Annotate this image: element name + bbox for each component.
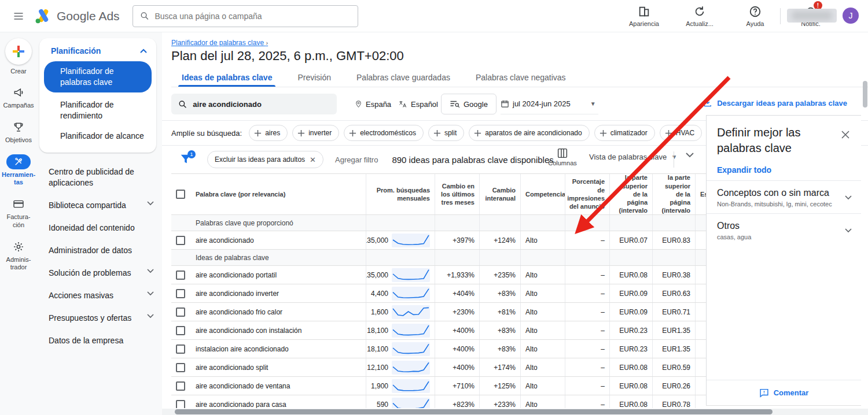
close-icon[interactable]: ✕ xyxy=(310,155,316,164)
global-search-input[interactable] xyxy=(155,12,350,21)
tab-prevision[interactable]: Previsión xyxy=(287,68,341,87)
tab-ideas[interactable]: Ideas de palabras clave xyxy=(171,68,282,87)
expand-all-link[interactable]: Expandir todo xyxy=(717,165,771,175)
column-header[interactable]: Cambio interanual xyxy=(480,174,521,214)
change-3m-cell-value: +400% xyxy=(453,327,475,335)
change-yoy-cell: +125% xyxy=(480,377,521,395)
keyword-table: Palabra clave (por relevancia)Prom. búsq… xyxy=(171,173,706,408)
topbar-action-ayuda[interactable]: Ayuda xyxy=(735,5,775,27)
row-checkbox[interactable] xyxy=(176,381,185,391)
row-end-spacer xyxy=(696,266,706,284)
rail-item-herramientas[interactable]: Herramien-tas xyxy=(1,154,36,187)
row-checkbox[interactable] xyxy=(176,307,185,317)
row-checkbox[interactable] xyxy=(176,236,185,245)
topbar-divider xyxy=(780,8,781,24)
ad-impression-share-cell: – xyxy=(565,303,610,321)
row-checkbox[interactable] xyxy=(176,326,185,335)
location-selector[interactable]: España xyxy=(355,94,391,114)
competition-cell: Alto xyxy=(521,377,565,395)
row-checkbox[interactable] xyxy=(176,289,185,298)
row-checkbox[interactable] xyxy=(176,400,185,409)
column-header[interactable]: Palabra clave (por relevancia) xyxy=(191,174,366,214)
menu-icon[interactable] xyxy=(10,8,27,24)
view-selector[interactable]: Vista de palabras clave ▼ xyxy=(589,153,677,161)
row-checkbox[interactable] xyxy=(176,363,185,372)
create-button[interactable]: Crear xyxy=(5,38,32,75)
nav-item-label: Biblioteca compartida xyxy=(49,200,126,211)
add-filter-button[interactable]: Agregar filtro xyxy=(335,155,378,164)
keyword-chip-4[interactable]: split xyxy=(428,125,464,141)
nav-item-planificador-rendimiento[interactable]: Planificador de rendimiento xyxy=(44,92,152,124)
column-header[interactable]: Es xyxy=(696,174,706,214)
tab-guardadas[interactable]: Palabras clave guardadas xyxy=(346,68,461,87)
breadcrumb[interactable]: Planificador de palabras clave › xyxy=(171,39,268,47)
horizontal-scrollbar-thumb[interactable] xyxy=(175,409,773,414)
trend-sparkline xyxy=(392,234,430,247)
column-header[interactable]: Prom. búsquedas mensuales xyxy=(366,174,435,214)
vertical-scrollbar xyxy=(862,32,868,415)
row-checkbox[interactable] xyxy=(176,344,185,354)
nav-item-presupuestos-ofertas[interactable]: Presupuestos y ofertas xyxy=(37,307,162,329)
column-header[interactable]: Competencia xyxy=(521,174,565,214)
competition-cell: Alto xyxy=(521,284,565,302)
google-ads-logo[interactable]: Google Ads xyxy=(35,8,120,24)
topbar-action-actualizar[interactable]: Actualiz... xyxy=(679,5,720,27)
table-row: aire acondicionado135,000+397%+124%Alto–… xyxy=(171,231,706,250)
column-header-label: Prom. búsquedas mensuales xyxy=(371,186,430,203)
close-icon[interactable] xyxy=(839,128,852,141)
download-ideas-button[interactable]: Descargar ideas para palabras clave xyxy=(703,98,847,108)
network-selector[interactable]: Google xyxy=(441,94,496,114)
filter-funnel-icon[interactable]: 1 xyxy=(179,153,193,166)
rail-item-campanas[interactable]: Campañas xyxy=(1,85,36,110)
nav-item-administrador-datos[interactable]: Administrador de datos xyxy=(37,239,162,262)
nav-item-datos-empresa[interactable]: Datos de la empresa xyxy=(37,329,162,352)
collapse-table-chevron[interactable] xyxy=(686,153,694,158)
keyword-input[interactable] xyxy=(193,100,330,109)
nav-item-solucion-problemas[interactable]: Solución de problemas xyxy=(37,262,162,284)
comment-button[interactable]: Comentar xyxy=(707,380,861,405)
refine-section-otros[interactable]: Otroscasas, agua xyxy=(707,213,861,246)
section-label-cell: Ideas de palabras clave xyxy=(191,250,366,265)
row-checkbox[interactable] xyxy=(176,271,185,280)
global-search[interactable] xyxy=(133,5,358,27)
nav-item-planificador-alcance[interactable]: Planificador de alcance xyxy=(44,124,152,144)
nav-item-biblioteca-compartida[interactable]: Biblioteca compartida xyxy=(37,194,162,217)
competition-cell-value: Alto xyxy=(525,364,538,372)
keyword-search-box[interactable] xyxy=(171,94,337,114)
column-header[interactable]: Cambio en los últimos tres meses xyxy=(435,174,480,214)
top-bid-high-cell-value: EUR0.83 xyxy=(662,236,690,244)
refine-section-conceptos-marca[interactable]: Conceptos con o sin marcaNon-Brands, mit… xyxy=(707,180,861,213)
keyword-chip-3[interactable]: electrodomésticos xyxy=(344,125,424,141)
keyword-chip-1[interactable]: aires xyxy=(249,125,288,141)
table-row: aire acondicionado frio calor1,600+230%+… xyxy=(171,303,706,321)
nav-item-planificador-palabras-clave[interactable]: Planificador de palabras clave xyxy=(44,61,152,92)
language-selector[interactable]: Español xyxy=(398,94,438,114)
keyword-chip-2[interactable]: inverter xyxy=(292,125,339,141)
avg-searches-cell: 1,600 xyxy=(366,303,435,321)
rail-item-administrador[interactable]: Adminis-trador xyxy=(1,239,36,272)
column-header[interactable]: Porcentaje de impresiones del anuncio xyxy=(565,174,610,214)
nav-section-planificacion[interactable]: Planificación xyxy=(44,46,152,61)
keyword-chip-7[interactable]: HVAC xyxy=(660,125,702,141)
select-all-checkbox[interactable] xyxy=(176,190,185,199)
nav-item-centro-publicidad-apps[interactable]: Centro de publicidad de aplicaciones xyxy=(37,161,162,194)
chip-label: aparatos de aire acondicionado xyxy=(485,129,582,137)
filter-chip-exclude-adult[interactable]: Excluir las ideas para adultos ✕ xyxy=(207,151,323,168)
nav-item-label: Datos de la empresa xyxy=(49,335,123,346)
table-header-row: Palabra clave (por relevancia)Prom. búsq… xyxy=(171,174,706,215)
nav-item-acciones-masivas[interactable]: Acciones masivas xyxy=(37,284,162,307)
avatar[interactable]: J xyxy=(843,8,859,24)
avg-searches-cell: 590 xyxy=(366,395,435,408)
column-header[interactable]: Oferta de la parte superior de la página… xyxy=(653,174,696,214)
topbar-action-apariencia[interactable]: Apariencia xyxy=(624,5,664,27)
keyword-chip-5[interactable]: aparatos de aire acondicionado xyxy=(469,125,589,141)
column-header[interactable]: Oferta de la parte superior de la página… xyxy=(610,174,653,214)
rail-item-facturacion[interactable]: Factura-ción xyxy=(1,197,36,229)
keyword-chip-6[interactable]: climatizador xyxy=(594,125,655,141)
nav-item-idoneidad-contenido[interactable]: Idoneidad del contenido xyxy=(37,217,162,239)
columns-button[interactable]: Columnas xyxy=(544,148,581,166)
date-range-selector[interactable]: jul 2024-jun 2025 ▼ xyxy=(501,94,598,114)
tab-negativas[interactable]: Palabras clave negativas xyxy=(465,68,576,87)
rail-item-objetivos[interactable]: Objetivos xyxy=(1,120,36,144)
vertical-scrollbar-thumb[interactable] xyxy=(863,81,867,108)
